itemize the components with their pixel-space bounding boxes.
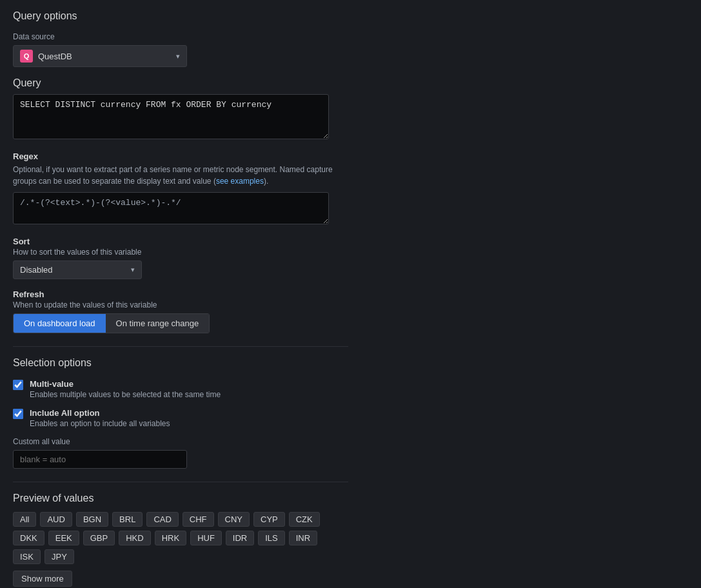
preview-tag[interactable]: CYP bbox=[253, 512, 285, 527]
page-title: Query options bbox=[13, 10, 348, 22]
preview-tag[interactable]: BRL bbox=[112, 512, 143, 527]
preview-tag[interactable]: CAD bbox=[146, 512, 178, 527]
query-field: Query SELECT DISTINCT currency FROM fx O… bbox=[13, 77, 348, 141]
custom-all-field: Custom all value bbox=[13, 437, 348, 469]
custom-all-input[interactable] bbox=[13, 450, 187, 469]
datasource-name: QuestDB bbox=[38, 52, 72, 61]
regex-examples-link[interactable]: see examples bbox=[216, 177, 264, 186]
include-all-group: Include All option Enables an option to … bbox=[13, 408, 348, 428]
preview-tag[interactable]: ISK bbox=[13, 549, 41, 564]
preview-tags-container: AllAUDBGNBRLCADCHFCNYCYPCZKDKKEEKGBPHKDH… bbox=[13, 512, 348, 564]
refresh-sublabel: When to update the values of this variab… bbox=[13, 300, 348, 309]
regex-field: Regex Optional, if you want to extract p… bbox=[13, 152, 348, 226]
preview-tag[interactable]: BGN bbox=[76, 512, 108, 527]
preview-tag[interactable]: All bbox=[13, 512, 36, 527]
refresh-toggle-group: On dashboard load On time range change bbox=[13, 313, 210, 333]
datasource-label: Data source bbox=[13, 32, 348, 41]
preview-tag[interactable]: GBP bbox=[83, 531, 115, 545]
section-divider bbox=[13, 346, 348, 347]
multivalue-sublabel: Enables multiple values to be selected a… bbox=[30, 390, 221, 399]
chevron-down-icon: ▾ bbox=[176, 52, 180, 61]
chevron-down-icon: ▾ bbox=[131, 266, 135, 274]
datasource-dropdown[interactable]: Q QuestDB ▾ bbox=[13, 45, 187, 67]
include-all-checkbox[interactable] bbox=[13, 409, 23, 419]
preview-tag[interactable]: AUD bbox=[40, 512, 72, 527]
preview-tag[interactable]: IDR bbox=[226, 531, 254, 545]
preview-tag[interactable]: HRK bbox=[155, 531, 186, 545]
preview-divider bbox=[13, 482, 348, 482]
preview-title: Preview of values bbox=[13, 493, 348, 504]
sort-field: Sort How to sort the values of this vari… bbox=[13, 237, 348, 279]
preview-tag[interactable]: CHF bbox=[183, 512, 214, 527]
datasource-field: Data source Q QuestDB ▾ bbox=[13, 32, 348, 67]
preview-tag[interactable]: ILS bbox=[258, 531, 285, 545]
regex-label: Regex bbox=[13, 152, 348, 161]
query-textarea[interactable]: SELECT DISTINCT currency FROM fx ORDER B… bbox=[13, 94, 329, 139]
show-more-button[interactable]: Show more bbox=[13, 571, 72, 587]
regex-input[interactable]: /.*-(?<text>.*)-(?<value>.*)-.*/ bbox=[13, 192, 329, 224]
preview-tag[interactable]: HKD bbox=[119, 531, 150, 545]
refresh-label: Refresh bbox=[13, 289, 348, 299]
refresh-field: Refresh When to update the values of thi… bbox=[13, 289, 348, 333]
preview-tag[interactable]: DKK bbox=[13, 531, 44, 545]
multivalue-group: Multi-value Enables multiple values to b… bbox=[13, 379, 348, 399]
questdb-icon: Q bbox=[20, 50, 33, 63]
sort-dropdown[interactable]: Disabled ▾ bbox=[13, 260, 142, 279]
refresh-time-range-button[interactable]: On time range change bbox=[106, 314, 210, 333]
sort-label: Sort bbox=[13, 237, 348, 246]
query-label: Query bbox=[13, 77, 348, 89]
preview-tag[interactable]: CZK bbox=[289, 512, 320, 527]
selection-options-title: Selection options bbox=[13, 357, 348, 369]
sort-sublabel: How to sort the values of this variable bbox=[13, 248, 348, 257]
multivalue-checkbox[interactable] bbox=[13, 380, 23, 390]
preview-tag[interactable]: HUF bbox=[190, 531, 222, 545]
preview-tag[interactable]: INR bbox=[289, 531, 317, 545]
multivalue-label: Multi-value bbox=[30, 379, 221, 389]
preview-tag[interactable]: JPY bbox=[44, 549, 74, 564]
include-all-sublabel: Enables an option to include all variabl… bbox=[30, 419, 170, 428]
sort-value: Disabled bbox=[20, 265, 53, 275]
regex-description: Optional, if you want to extract part of… bbox=[13, 164, 348, 187]
refresh-dashboard-load-button[interactable]: On dashboard load bbox=[14, 314, 106, 333]
preview-tag[interactable]: EEK bbox=[48, 531, 79, 545]
include-all-label: Include All option bbox=[30, 408, 170, 418]
preview-tag[interactable]: CNY bbox=[218, 512, 250, 527]
custom-all-label: Custom all value bbox=[13, 437, 348, 446]
